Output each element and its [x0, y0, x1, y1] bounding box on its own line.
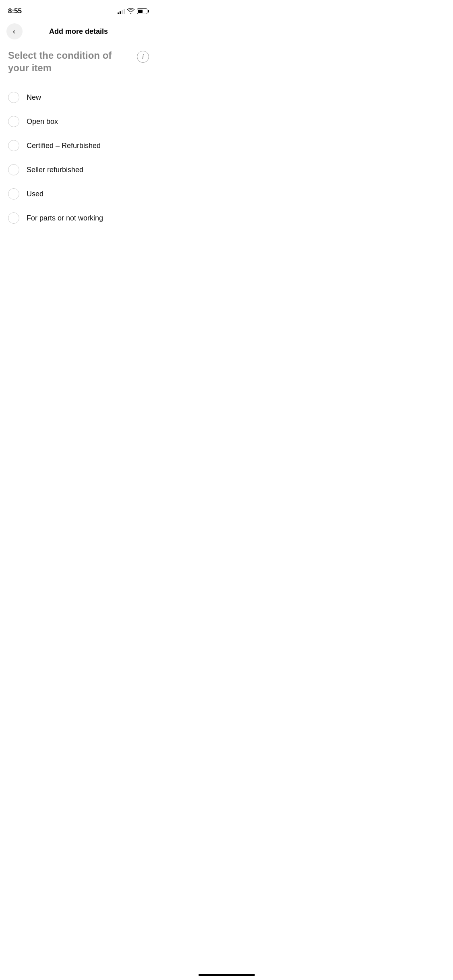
option-item-for-parts[interactable]: For parts or not working — [8, 206, 149, 230]
option-item-open-box[interactable]: Open box — [8, 109, 149, 134]
page-title: Add more details — [23, 27, 134, 36]
radio-new — [8, 92, 19, 103]
info-icon: i — [142, 54, 144, 60]
status-time: 8:55 — [8, 7, 22, 15]
option-label-open-box: Open box — [27, 117, 58, 126]
info-button[interactable]: i — [137, 51, 149, 63]
option-label-certified-refurbished: Certified – Refurbished — [27, 142, 101, 150]
status-bar: 8:55 — [0, 0, 157, 20]
wifi-icon — [127, 8, 134, 14]
option-item-certified-refurbished[interactable]: Certified – Refurbished — [8, 134, 149, 158]
option-item-used[interactable]: Used — [8, 182, 149, 206]
radio-seller-refurbished — [8, 164, 19, 175]
back-chevron-icon: ‹ — [13, 27, 15, 36]
options-list: NewOpen boxCertified – RefurbishedSeller… — [8, 85, 149, 230]
radio-certified-refurbished — [8, 140, 19, 151]
back-button[interactable]: ‹ — [6, 23, 23, 39]
page-content: Select the condition of your item i NewO… — [0, 46, 157, 238]
battery-icon — [137, 8, 149, 14]
radio-for-parts — [8, 212, 19, 224]
status-icons — [118, 8, 149, 14]
option-label-for-parts: For parts or not working — [27, 214, 103, 222]
radio-open-box — [8, 116, 19, 127]
option-label-seller-refurbished: Seller refurbished — [27, 166, 83, 174]
nav-header: ‹ Add more details — [0, 20, 157, 46]
option-label-new: New — [27, 93, 41, 102]
option-item-seller-refurbished[interactable]: Seller refurbished — [8, 158, 149, 182]
option-label-used: Used — [27, 190, 43, 198]
signal-icon — [118, 8, 125, 14]
option-item-new[interactable]: New — [8, 85, 149, 109]
section-title: Select the condition of your item — [8, 49, 137, 74]
section-header: Select the condition of your item i — [8, 49, 149, 74]
radio-used — [8, 188, 19, 200]
